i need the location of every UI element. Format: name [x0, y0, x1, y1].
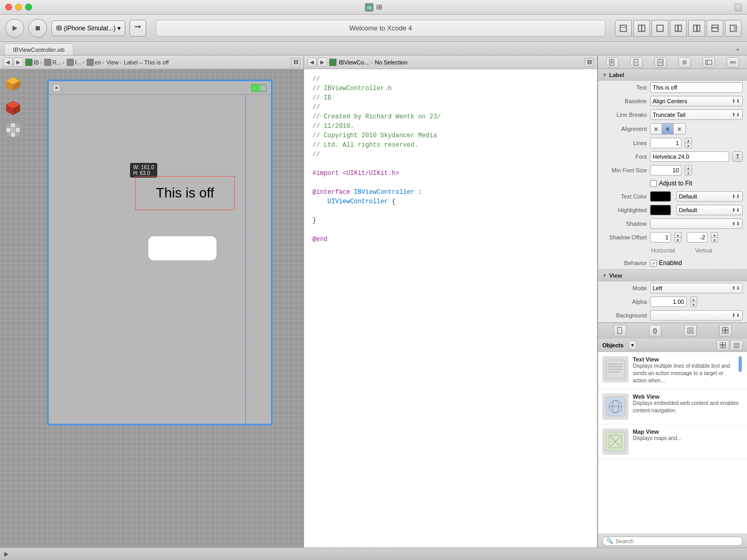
min-font-up[interactable]: ▲	[685, 165, 692, 170]
text-color-swatch[interactable]	[650, 191, 671, 202]
highlighted-dropdown[interactable]: Default ⬆⬇	[676, 205, 743, 215]
view-btn-2[interactable]	[633, 20, 650, 37]
cube-icon-2[interactable]	[4, 97, 23, 116]
inspector-file-btn[interactable]	[606, 57, 619, 68]
adjust-fit-checkbox[interactable]	[650, 180, 657, 187]
shadow-v-down[interactable]: ▼	[711, 237, 718, 243]
shadow-dropdown[interactable]: ⬆⬇	[650, 218, 743, 229]
align-center-btn[interactable]: ≡	[662, 124, 674, 134]
ib-canvas-panel: ◀ ▶ IB › R... › I... › en ›	[0, 56, 304, 547]
canvas-area[interactable]: ✕ W: 161.0 H: 63.0 This is off	[0, 69, 304, 547]
view-btn-6[interactable]	[707, 20, 723, 37]
lines-down[interactable]: ▼	[685, 143, 692, 148]
inspector-size-btn[interactable]	[702, 57, 715, 68]
nav-back[interactable]: ◀	[3, 58, 13, 67]
resize-button[interactable]	[734, 4, 742, 11]
objects-category-dropdown[interactable]: ▾	[629, 341, 636, 350]
play-button[interactable]	[5, 19, 24, 38]
code-nav-back[interactable]: ◀	[307, 58, 317, 67]
shadow-v-input[interactable]	[687, 232, 708, 243]
scheme-action-button[interactable]	[129, 20, 146, 37]
text-color-dropdown[interactable]: Default ⬆⬇	[676, 191, 743, 202]
min-font-down[interactable]: ▼	[685, 170, 692, 175]
shadow-h-up[interactable]: ▲	[674, 232, 681, 237]
breadcrumb-i[interactable]: I... ›	[67, 59, 84, 66]
label-element[interactable]: This is off	[135, 176, 235, 210]
stop-button[interactable]	[28, 19, 47, 38]
min-font-input[interactable]	[650, 165, 681, 175]
view-btn-1[interactable]	[615, 20, 632, 37]
svg-marker-2	[13, 26, 17, 31]
lines-input[interactable]	[650, 138, 681, 148]
breadcrumb-en[interactable]: en ›	[86, 59, 104, 66]
text-input[interactable]	[650, 82, 743, 93]
view-btn-4[interactable]	[670, 20, 687, 37]
bottom-tab-code[interactable]: {}	[649, 325, 662, 336]
code-nav-forward[interactable]: ▶	[318, 58, 327, 67]
view-btn-3[interactable]	[652, 20, 668, 37]
shadow-v-up[interactable]: ▲	[711, 232, 718, 237]
code-content[interactable]: // // IBViewController.h // IB // // Cre…	[304, 69, 597, 547]
cube-icon-1[interactable]	[4, 74, 23, 93]
object-item-mapview[interactable]: Map View Displays maps and...	[598, 424, 747, 459]
shadow-h-input[interactable]	[650, 232, 671, 243]
inspector-identity-btn[interactable]: ID	[654, 57, 667, 68]
align-right-btn[interactable]: ≡	[674, 124, 685, 134]
minimize-button[interactable]	[15, 4, 22, 10]
line-breaks-dropdown[interactable]: Truncate Tail ⬆⬇	[650, 109, 743, 120]
objects-list-btn[interactable]	[730, 340, 743, 350]
bottom-tab-objects[interactable]	[719, 325, 732, 336]
zoom-button[interactable]: ⊟	[291, 58, 300, 67]
alignment-buttons: ≡ ≡ ≡	[650, 123, 686, 135]
highlighted-swatch[interactable]	[650, 205, 671, 215]
grid-icon[interactable]	[4, 120, 23, 139]
svg-text:?: ?	[634, 60, 637, 65]
breadcrumb-ib[interactable]: IB ›	[25, 59, 42, 66]
object-item-textview[interactable]: Text View Displays multiple lines of edi…	[598, 352, 747, 389]
inspector-connect-btn[interactable]	[727, 57, 739, 68]
svg-text:ID: ID	[659, 60, 663, 64]
svg-rect-9	[642, 25, 645, 31]
font-value[interactable]: Helvetica 24.0	[650, 151, 729, 162]
baseline-dropdown[interactable]: Align Centers ⬆⬇	[650, 96, 743, 106]
background-dropdown[interactable]: ⬆⬇	[650, 310, 743, 321]
iphone-close-btn[interactable]: ✕	[53, 84, 60, 92]
svg-rect-54	[722, 327, 725, 330]
bottom-tab-media[interactable]	[684, 325, 697, 336]
search-input[interactable]	[615, 538, 739, 544]
lines-up[interactable]: ▲	[685, 138, 692, 143]
object-item-webview[interactable]: Web View Displays embedded web content a…	[598, 389, 747, 424]
alignment-row: Alignment ≡ ≡ ≡	[598, 122, 747, 136]
inspector-attr-btn[interactable]: ⚙	[678, 57, 691, 68]
mode-dropdown[interactable]: Left ⬆⬇	[650, 283, 743, 293]
scheme-selector[interactable]: IB (iPhone Simulat...) ▾	[51, 20, 125, 36]
alpha-input[interactable]	[650, 297, 687, 307]
status-icon[interactable]: ▶	[4, 551, 8, 557]
view-btn-5[interactable]	[688, 20, 705, 37]
close-button[interactable]	[5, 4, 12, 10]
inspector-quick-btn[interactable]: ?	[630, 57, 643, 68]
svg-rect-11	[675, 25, 678, 31]
vertical-label: Vertical	[695, 248, 712, 254]
tab-label: IBViewController.xib	[13, 47, 64, 53]
enabled-checkbox[interactable]	[650, 260, 657, 267]
maximize-button[interactable]	[25, 4, 32, 10]
font-browse-btn[interactable]: T	[732, 151, 743, 162]
nav-forward[interactable]: ▶	[14, 58, 23, 67]
tab-ibviewcontroller[interactable]: IBViewController.xib	[4, 43, 73, 55]
view-btn-7[interactable]	[725, 20, 742, 37]
button-element[interactable]	[148, 236, 216, 260]
breadcrumb-r[interactable]: R... ›	[44, 59, 64, 66]
bottom-tab-file[interactable]	[614, 325, 626, 336]
alpha-down[interactable]: ▼	[690, 302, 697, 307]
breadcrumb-label[interactable]: Label – This is off	[124, 59, 169, 65]
shadow-h-down[interactable]: ▼	[674, 237, 681, 243]
align-left-btn[interactable]: ≡	[651, 124, 662, 134]
breadcrumb-view[interactable]: View ›	[106, 59, 122, 65]
objects-grid-btn[interactable]	[717, 340, 729, 350]
alpha-up[interactable]: ▲	[690, 297, 697, 302]
code-line	[312, 159, 589, 169]
tab-add-button[interactable]: +	[732, 45, 743, 55]
svg-rect-18	[734, 25, 737, 31]
code-zoom-button[interactable]: ⊟	[584, 58, 594, 67]
